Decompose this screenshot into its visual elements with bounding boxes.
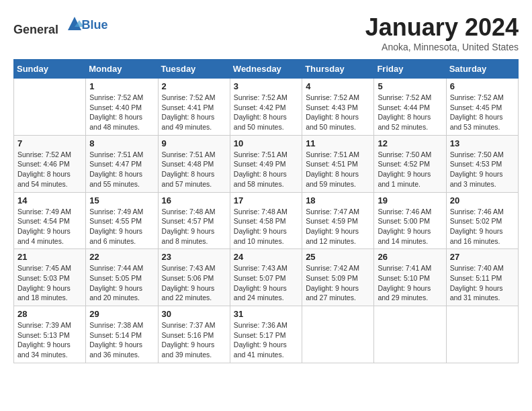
- day-info: Sunrise: 7:43 AMSunset: 5:07 PMDaylight:…: [234, 263, 298, 303]
- day-cell: 21Sunrise: 7:45 AMSunset: 5:03 PMDayligh…: [14, 249, 86, 306]
- day-number: 24: [234, 252, 298, 262]
- day-info: Sunrise: 7:52 AMSunset: 4:42 PMDaylight:…: [234, 93, 298, 132]
- header-wednesday: Wednesday: [230, 60, 302, 79]
- day-info: Sunrise: 7:46 AMSunset: 5:02 PMDaylight:…: [450, 207, 515, 246]
- day-info: Sunrise: 7:51 AMSunset: 4:47 PMDaylight:…: [89, 150, 154, 189]
- day-cell: [14, 79, 86, 136]
- day-info: Sunrise: 7:52 AMSunset: 4:41 PMDaylight:…: [162, 93, 226, 132]
- day-number: 19: [378, 195, 442, 205]
- day-cell: 31Sunrise: 7:36 AMSunset: 5:17 PMDayligh…: [230, 306, 302, 363]
- day-cell: 7Sunrise: 7:52 AMSunset: 4:46 PMDaylight…: [14, 135, 86, 192]
- day-number: 25: [306, 252, 370, 262]
- day-cell: 28Sunrise: 7:39 AMSunset: 5:13 PMDayligh…: [14, 306, 86, 363]
- day-info: Sunrise: 7:37 AMSunset: 5:16 PMDaylight:…: [162, 320, 226, 360]
- day-number: 2: [162, 81, 226, 91]
- header-friday: Friday: [374, 60, 446, 79]
- day-number: 13: [450, 138, 515, 148]
- day-info: Sunrise: 7:52 AMSunset: 4:44 PMDaylight:…: [378, 93, 442, 132]
- day-cell: 30Sunrise: 7:37 AMSunset: 5:16 PMDayligh…: [158, 306, 230, 363]
- day-cell: 22Sunrise: 7:44 AMSunset: 5:05 PMDayligh…: [86, 249, 158, 306]
- day-cell: 2Sunrise: 7:52 AMSunset: 4:41 PMDaylight…: [158, 79, 230, 136]
- day-number: 7: [17, 138, 82, 148]
- calendar-table: Sunday Monday Tuesday Wednesday Thursday…: [13, 59, 519, 363]
- week-row-3: 21Sunrise: 7:45 AMSunset: 5:03 PMDayligh…: [14, 249, 519, 306]
- header: General Blue January 2024 Anoka, Minneso…: [13, 13, 519, 52]
- day-cell: [374, 306, 446, 363]
- day-cell: 9Sunrise: 7:51 AMSunset: 4:48 PMDaylight…: [158, 135, 230, 192]
- logo: General Blue: [13, 13, 108, 37]
- day-cell: 5Sunrise: 7:52 AMSunset: 4:44 PMDaylight…: [374, 79, 446, 136]
- day-number: 21: [17, 252, 82, 262]
- day-info: Sunrise: 7:43 AMSunset: 5:06 PMDaylight:…: [162, 263, 226, 303]
- day-info: Sunrise: 7:52 AMSunset: 4:43 PMDaylight:…: [306, 93, 370, 132]
- week-row-4: 28Sunrise: 7:39 AMSunset: 5:13 PMDayligh…: [14, 306, 519, 363]
- day-info: Sunrise: 7:52 AMSunset: 4:45 PMDaylight:…: [450, 93, 515, 132]
- day-info: Sunrise: 7:45 AMSunset: 5:03 PMDaylight:…: [17, 263, 82, 303]
- day-number: 30: [162, 309, 226, 319]
- day-cell: [446, 306, 518, 363]
- day-number: 5: [378, 81, 442, 91]
- day-cell: 8Sunrise: 7:51 AMSunset: 4:47 PMDaylight…: [86, 135, 158, 192]
- day-info: Sunrise: 7:50 AMSunset: 4:53 PMDaylight:…: [450, 150, 515, 189]
- day-cell: [302, 306, 374, 363]
- day-info: Sunrise: 7:52 AMSunset: 4:40 PMDaylight:…: [89, 93, 154, 132]
- day-number: 12: [378, 138, 442, 148]
- day-number: 22: [89, 252, 154, 262]
- day-number: 31: [234, 309, 298, 319]
- day-number: 16: [162, 195, 226, 205]
- day-cell: 24Sunrise: 7:43 AMSunset: 5:07 PMDayligh…: [230, 249, 302, 306]
- day-cell: 13Sunrise: 7:50 AMSunset: 4:53 PMDayligh…: [446, 135, 518, 192]
- logo-general: General: [13, 23, 58, 36]
- day-info: Sunrise: 7:52 AMSunset: 4:46 PMDaylight:…: [17, 150, 82, 189]
- day-cell: 17Sunrise: 7:48 AMSunset: 4:58 PMDayligh…: [230, 192, 302, 249]
- day-cell: 26Sunrise: 7:41 AMSunset: 5:10 PMDayligh…: [374, 249, 446, 306]
- week-row-1: 7Sunrise: 7:52 AMSunset: 4:46 PMDaylight…: [14, 135, 519, 192]
- day-number: 11: [306, 138, 370, 148]
- day-info: Sunrise: 7:50 AMSunset: 4:52 PMDaylight:…: [378, 150, 442, 189]
- day-info: Sunrise: 7:44 AMSunset: 5:05 PMDaylight:…: [89, 263, 154, 303]
- day-number: 20: [450, 195, 515, 205]
- month-title: January 2024: [365, 13, 519, 42]
- day-cell: 6Sunrise: 7:52 AMSunset: 4:45 PMDaylight…: [446, 79, 518, 136]
- day-number: 28: [17, 309, 82, 319]
- day-info: Sunrise: 7:49 AMSunset: 4:54 PMDaylight:…: [17, 207, 82, 246]
- day-cell: 16Sunrise: 7:48 AMSunset: 4:57 PMDayligh…: [158, 192, 230, 249]
- day-cell: 15Sunrise: 7:49 AMSunset: 4:55 PMDayligh…: [86, 192, 158, 249]
- day-number: 9: [162, 138, 226, 148]
- day-number: 23: [162, 252, 226, 262]
- day-cell: 14Sunrise: 7:49 AMSunset: 4:54 PMDayligh…: [14, 192, 86, 249]
- day-cell: 1Sunrise: 7:52 AMSunset: 4:40 PMDaylight…: [86, 79, 158, 136]
- day-info: Sunrise: 7:36 AMSunset: 5:17 PMDaylight:…: [234, 320, 298, 360]
- day-cell: 23Sunrise: 7:43 AMSunset: 5:06 PMDayligh…: [158, 249, 230, 306]
- day-number: 15: [89, 195, 154, 205]
- day-info: Sunrise: 7:48 AMSunset: 4:57 PMDaylight:…: [162, 207, 226, 246]
- day-number: 29: [89, 309, 154, 319]
- day-number: 3: [234, 81, 298, 91]
- day-number: 4: [306, 81, 370, 91]
- day-cell: 10Sunrise: 7:51 AMSunset: 4:49 PMDayligh…: [230, 135, 302, 192]
- day-info: Sunrise: 7:46 AMSunset: 5:00 PMDaylight:…: [378, 207, 442, 246]
- day-number: 26: [378, 252, 442, 262]
- title-area: January 2024 Anoka, Minnesota, United St…: [365, 13, 519, 52]
- header-thursday: Thursday: [302, 60, 374, 79]
- day-number: 8: [89, 138, 154, 148]
- day-number: 17: [234, 195, 298, 205]
- day-info: Sunrise: 7:42 AMSunset: 5:09 PMDaylight:…: [306, 263, 370, 303]
- day-cell: 20Sunrise: 7:46 AMSunset: 5:02 PMDayligh…: [446, 192, 518, 249]
- day-cell: 19Sunrise: 7:46 AMSunset: 5:00 PMDayligh…: [374, 192, 446, 249]
- day-info: Sunrise: 7:39 AMSunset: 5:13 PMDaylight:…: [17, 320, 82, 360]
- day-info: Sunrise: 7:51 AMSunset: 4:51 PMDaylight:…: [306, 150, 370, 189]
- day-cell: 18Sunrise: 7:47 AMSunset: 4:59 PMDayligh…: [302, 192, 374, 249]
- day-info: Sunrise: 7:47 AMSunset: 4:59 PMDaylight:…: [306, 207, 370, 246]
- day-cell: 3Sunrise: 7:52 AMSunset: 4:42 PMDaylight…: [230, 79, 302, 136]
- day-info: Sunrise: 7:49 AMSunset: 4:55 PMDaylight:…: [89, 207, 154, 246]
- day-info: Sunrise: 7:48 AMSunset: 4:58 PMDaylight:…: [234, 207, 298, 246]
- day-number: 10: [234, 138, 298, 148]
- day-cell: 4Sunrise: 7:52 AMSunset: 4:43 PMDaylight…: [302, 79, 374, 136]
- day-info: Sunrise: 7:51 AMSunset: 4:49 PMDaylight:…: [234, 150, 298, 189]
- day-number: 27: [450, 252, 515, 262]
- day-info: Sunrise: 7:38 AMSunset: 5:14 PMDaylight:…: [89, 320, 154, 360]
- day-cell: 11Sunrise: 7:51 AMSunset: 4:51 PMDayligh…: [302, 135, 374, 192]
- logo-blue: Blue: [82, 18, 108, 32]
- day-cell: 12Sunrise: 7:50 AMSunset: 4:52 PMDayligh…: [374, 135, 446, 192]
